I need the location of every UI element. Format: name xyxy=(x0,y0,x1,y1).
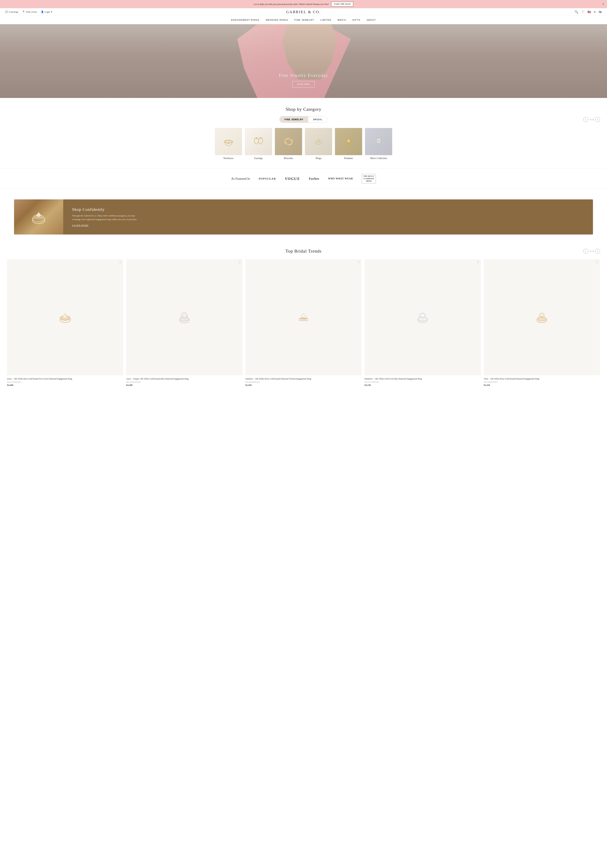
chevron-down-icon[interactable]: ▾ xyxy=(594,11,595,14)
product-sandrine-name: Sandrine – 14K White-Rose Gold Round Dia… xyxy=(245,377,362,380)
bracelets-label: Bracelets xyxy=(275,157,302,160)
category-pendants[interactable]: Pendants xyxy=(335,128,362,160)
rings-label: Rings xyxy=(305,157,332,160)
who-what-wear-logo: WHO WHAT WEAR xyxy=(328,177,353,180)
product-hamilton-image: ♡ xyxy=(365,259,481,375)
product-sandrine-sku: ER14600R4W44JJ xyxy=(245,381,362,383)
tab-fine-jewelry[interactable]: FINE JEWELRY xyxy=(279,116,309,122)
earrings-image xyxy=(245,128,272,155)
product-astor-image: ♡ xyxy=(126,259,242,375)
product-sandrine-price: $2,450 xyxy=(245,384,362,386)
product-zaira-name: Zaira – 14K White-Rose Gold Round Free F… xyxy=(7,377,123,380)
product-astor-wishlist[interactable]: ♡ xyxy=(238,261,241,264)
category-grid: Necklaces Earrings xyxy=(7,128,600,160)
learn-more-link[interactable]: LEARN MORE xyxy=(72,224,88,226)
mens-image: G xyxy=(365,128,392,155)
svg-marker-36 xyxy=(301,313,306,318)
svg-rect-20 xyxy=(377,145,380,146)
bridal-prev-button[interactable]: ‹ xyxy=(583,249,588,254)
nav-fine-jewelry[interactable]: FINE JEWELRY xyxy=(294,19,314,21)
product-sandrine-wishlist[interactable]: ♡ xyxy=(357,261,360,264)
featured-in-section: As Featured In POPSUGAR VOGUE Forbes WHO… xyxy=(0,169,607,189)
product-vetta-wishlist[interactable]: ♡ xyxy=(596,261,598,264)
utility-right: 🔍 ♡ 🇺🇸 ▾ 🛍 xyxy=(574,10,602,14)
category-rings[interactable]: Rings xyxy=(305,128,332,160)
svg-point-42 xyxy=(537,317,546,321)
category-necklaces[interactable]: Necklaces xyxy=(215,128,242,160)
svg-point-5 xyxy=(256,138,257,139)
product-vetta-image: ♡ xyxy=(484,259,600,375)
product-astor-sku: ER14450R4W44JJ xyxy=(126,381,242,383)
product-hamilton: ♡ Hamilton – 14K White Gold Oval Halo Di… xyxy=(365,259,481,386)
svg-point-13 xyxy=(318,140,320,142)
bridal-next-button[interactable]: › xyxy=(595,249,600,254)
login-link[interactable]: 👤 Login ▾ xyxy=(41,11,52,13)
bridal-trends-header: Top Bridal Trends ‹ 1 / 3 › xyxy=(7,248,600,254)
product-vetta: ♡ Vetta – 14K White-Rose Gold Round Diam… xyxy=(484,259,600,386)
product-hamilton-price: $3,150 xyxy=(365,384,481,386)
product-vetta-sku: ER15308R4T44JJ xyxy=(484,381,600,383)
category-earrings[interactable]: Earrings xyxy=(245,128,272,160)
product-astor: ♡ Astor – Unique 14K White Gold Round Ha… xyxy=(126,259,242,386)
nav-gifts[interactable]: GIFTS xyxy=(352,19,360,21)
product-vetta-price: $2,250 xyxy=(484,384,600,386)
vogue-logo: VOGUE xyxy=(285,177,300,181)
nav-wedding-rings[interactable]: WEDDING RINGS xyxy=(266,19,288,21)
wishlist-icon[interactable]: ♡ xyxy=(582,10,584,14)
concierge-link[interactable]: 💬 Concierge xyxy=(5,11,18,13)
shop-confidently-section: Shop Confidently Through the Gabriel & C… xyxy=(14,199,593,234)
shop-confidently-wrapper: Shop Confidently Through the Gabriel & C… xyxy=(0,189,607,240)
nav-mens[interactable]: MEN'S xyxy=(338,19,346,21)
flag-icon: 🇺🇸 xyxy=(587,10,591,14)
kelly-clarkson-show-logo: THE KELLYCLARKSONSHOW xyxy=(362,174,376,183)
category-bracelets[interactable]: Bracelets xyxy=(275,128,302,160)
site-logo[interactable]: GABRIEL & CO. xyxy=(286,10,321,14)
forbes-logo: Forbes xyxy=(309,177,319,181)
login-label: Login xyxy=(45,11,50,13)
bridal-pagination: ‹ 1 / 3 › xyxy=(583,249,600,254)
announcement-close-button[interactable]: × xyxy=(602,2,604,6)
shop-category-title: Shop by Category xyxy=(7,107,600,112)
utility-bar: 💬 Concierge 📍 Find a Store 👤 Login ▾ GAB… xyxy=(0,8,607,16)
search-icon[interactable]: 🔍 xyxy=(574,10,578,14)
hero-title: Fine Jewelry Everyday xyxy=(279,73,328,78)
nav-engagement-rings[interactable]: ENGAGEMENT RINGS xyxy=(231,19,259,21)
product-sandrine-image: ♡ xyxy=(245,259,362,375)
main-nav: ENGAGEMENT RINGS WEDDING RINGS FINE JEWE… xyxy=(0,16,607,24)
product-zaira-wishlist[interactable]: ♡ xyxy=(119,261,121,264)
find-store-label: Find a Store xyxy=(26,11,37,13)
product-zaira-price: $4,400 xyxy=(7,384,123,386)
take-quiz-button[interactable]: TAKE THE QUIZ xyxy=(331,2,353,6)
find-store-link[interactable]: 📍 Find a Store xyxy=(22,11,37,13)
product-zaira-image: ♡ xyxy=(7,259,123,375)
popsugar-logo: POPSUGAR xyxy=(259,177,276,180)
bridal-trends-title: Top Bridal Trends xyxy=(286,248,321,254)
tab-bridal[interactable]: BRIDAL xyxy=(308,116,328,122)
announcement-bar: Let us help you find your personal jewel… xyxy=(0,0,607,8)
svg-point-10 xyxy=(284,137,293,146)
category-pagination: ‹ 1 / 2 › xyxy=(583,117,600,122)
bridal-page-count: 1 / 3 xyxy=(590,250,594,253)
account-icon: 👤 xyxy=(41,11,44,13)
product-sandrine: ♡ Sandrine – 14K White-Rose Gold Round D… xyxy=(245,259,362,386)
product-hamilton-wishlist[interactable]: ♡ xyxy=(477,261,479,264)
svg-point-6 xyxy=(260,138,261,139)
necklaces-image xyxy=(215,128,242,155)
shop-by-category: Shop by Category FINE JEWELRY BRIDAL ‹ 1… xyxy=(0,98,607,169)
bridal-trends-section: Top Bridal Trends ‹ 1 / 3 › ♡ Zaira – 14… xyxy=(0,240,607,395)
shop-confidently-content: Shop Confidently Through the Gabriel & C… xyxy=(63,200,147,234)
necklaces-label: Necklaces xyxy=(215,157,242,160)
featured-in-label: As Featured In xyxy=(231,177,250,181)
nav-about[interactable]: ABOUT xyxy=(367,19,376,21)
category-next-button[interactable]: › xyxy=(595,117,600,122)
category-prev-button[interactable]: ‹ xyxy=(583,117,588,122)
category-mens[interactable]: G Men's Collection xyxy=(365,128,392,160)
product-hamilton-name: Hamilton – 14K White Gold Oval Halo Diam… xyxy=(365,377,481,380)
concierge-icon: 💬 xyxy=(5,11,8,13)
nav-limited[interactable]: LIMITED xyxy=(321,19,331,21)
utility-left: 💬 Concierge 📍 Find a Store 👤 Login ▾ xyxy=(5,11,52,13)
rings-image xyxy=(305,128,332,155)
hero-explore-button[interactable]: EXPLORE xyxy=(292,81,315,87)
cart-icon[interactable]: 🛍 xyxy=(599,10,602,14)
product-vetta-name: Vetta – 14K White-Rose Gold Round Diamon… xyxy=(484,377,600,380)
